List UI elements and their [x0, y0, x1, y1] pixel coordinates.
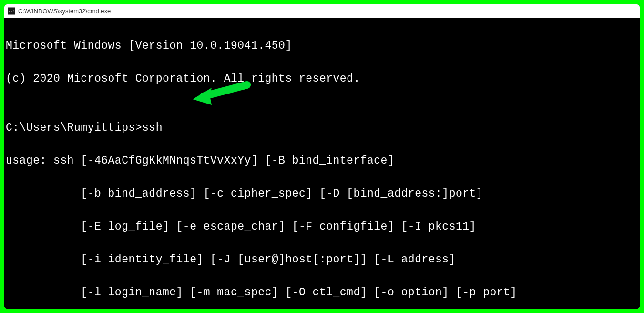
prompt-ssh: C:\Users\Rumyittips>ssh: [6, 120, 638, 136]
usage-line-4: [-i identity_file] [-J [user@]host[:port…: [6, 251, 638, 268]
usage-line-2: [-b bind_address] [-c cipher_spec] [-D […: [6, 186, 638, 202]
titlebar[interactable]: C:\ C:\WINDOWS\system32\cmd.exe: [4, 4, 640, 18]
cmd-icon: C:\: [8, 7, 15, 15]
window-title: C:\WINDOWS\system32\cmd.exe: [18, 8, 111, 15]
terminal-area[interactable]: Microsoft Windows [Version 10.0.19041.45…: [4, 18, 640, 309]
usage-line-5: [-l login_name] [-m mac_spec] [-O ctl_cm…: [6, 284, 638, 301]
usage-line-1: usage: ssh [-46AaCfGgKkMNnqsTtVvXxYy] [-…: [6, 153, 638, 169]
banner-line-2: (c) 2020 Microsoft Corporation. All righ…: [6, 71, 638, 87]
usage-line-3: [-E log_file] [-e escape_char] [-F confi…: [6, 219, 638, 235]
cmd-window: C:\ C:\WINDOWS\system32\cmd.exe Microsof…: [4, 4, 640, 309]
banner-line-1: Microsoft Windows [Version 10.0.19041.45…: [6, 38, 638, 54]
